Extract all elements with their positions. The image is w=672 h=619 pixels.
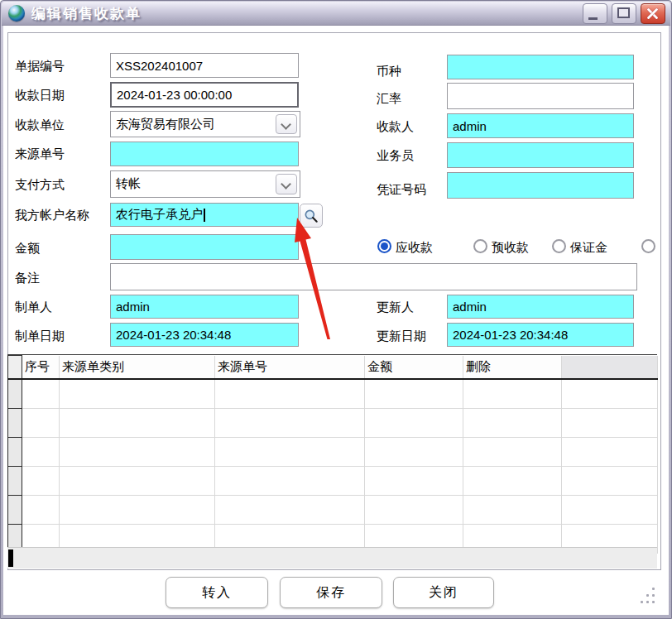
grid-footer-strip[interactable] [7,547,657,569]
grid-cell[interactable] [562,379,658,409]
grid-cell[interactable] [60,496,215,525]
radio-receivable[interactable] [377,239,391,253]
creator-field[interactable]: admin [110,295,299,319]
recv-date-field[interactable]: 2024-01-23 00:00:00 [110,82,299,108]
recv-date-label: 收款日期 [15,88,65,103]
radio-deposit[interactable] [552,239,566,253]
payee-unit-label: 收款单位 [15,118,65,133]
grid-cell[interactable] [365,409,463,438]
salesman-field[interactable] [447,142,634,168]
close-dialog-button[interactable]: 关闭 [393,577,494,608]
grid-cell[interactable] [463,379,562,409]
grid-cell[interactable] [562,467,658,496]
text-caret [204,209,205,222]
grid-row-header-cell[interactable] [8,379,22,409]
maximize-button[interactable] [612,3,636,24]
col-source-type: 来源单类别 [60,356,215,380]
grid-cell[interactable] [562,438,658,467]
creator-value: admin [116,300,150,314]
grid-cell[interactable] [463,467,562,496]
col-delete: 删除 [463,356,562,380]
save-button[interactable]: 保存 [280,577,382,608]
update-date-label: 更新日期 [377,329,426,344]
currency-label: 币种 [377,64,401,79]
update-date-value: 2024-01-23 20:34:48 [453,328,568,342]
pay-method-combo[interactable]: 转帐 [110,170,300,198]
grid-row[interactable] [8,438,658,467]
our-account-label: 我方帐户名称 [15,208,89,223]
grid-row[interactable] [8,467,658,496]
grid-cell[interactable] [22,379,60,409]
grid-cell[interactable] [60,409,215,438]
grid-cell[interactable] [365,438,463,467]
voucher-no-field[interactable] [447,172,634,199]
grid-cell[interactable] [215,379,365,409]
grid-cell[interactable] [215,438,365,467]
grid-cell[interactable] [215,467,365,496]
grid-cell[interactable] [365,496,463,525]
amount-label: 金额 [15,241,40,257]
grid-cell[interactable] [463,496,562,525]
grid-cell[interactable] [22,409,60,438]
grid-corner-cell [8,356,22,380]
radio-other[interactable] [641,239,655,253]
radio-deposit-label[interactable]: 保证金 [570,240,607,256]
grid-row-header-cell[interactable] [8,496,22,525]
radio-advance-label[interactable]: 预收款 [492,240,529,256]
app-globe-icon [8,5,25,22]
col-extra [562,356,658,380]
grid-row-header-cell[interactable] [8,467,22,496]
grid-cell[interactable] [60,379,215,409]
currency-field[interactable] [447,55,634,79]
docno-label: 单据编号 [15,59,65,74]
grid-cell[interactable] [463,409,562,438]
exchange-rate-label: 汇率 [377,91,401,107]
grid-header-row: 序号 来源单类别 来源单号 金额 删除 [8,356,658,380]
update-date-field[interactable]: 2024-01-23 20:34:48 [447,323,634,347]
create-date-field[interactable]: 2024-01-23 20:34:48 [110,323,299,347]
recv-date-value: 2024-01-23 00:00:00 [117,88,232,102]
account-lookup-button[interactable] [300,204,323,228]
grid-cell[interactable] [463,438,562,467]
transfer-in-button[interactable]: 转入 [166,577,268,608]
source-grid-body [8,379,658,554]
updater-field[interactable]: admin [447,295,634,319]
grid-cell[interactable] [215,496,365,525]
window-title: 编辑销售收款单 [31,4,142,23]
payee-unit-dropdown-chevron-down-icon[interactable] [276,114,297,134]
grid-cell[interactable] [60,438,215,467]
grid-cell[interactable] [22,467,60,496]
pay-method-dropdown-chevron-down-icon[interactable] [276,174,297,194]
grid-cell[interactable] [22,496,60,525]
grid-cell[interactable] [365,379,463,409]
grid-cell[interactable] [60,467,215,496]
exchange-rate-field[interactable] [447,83,634,109]
resize-grip-icon[interactable] [644,588,655,607]
updater-value: admin [453,300,487,314]
window-controls [583,3,665,24]
grid-row-header-cell[interactable] [8,438,22,467]
grid-cell[interactable] [215,409,365,438]
amount-field[interactable] [110,234,299,260]
remark-label: 备注 [15,271,40,286]
grid-row[interactable] [8,409,658,438]
title-bar[interactable]: 编辑销售收款单 [2,2,670,26]
our-account-field[interactable]: 农行电子承兑户 [110,203,299,227]
grid-row-header-cell[interactable] [8,409,22,438]
source-no-field[interactable] [110,142,299,166]
close-button[interactable] [641,3,665,24]
grid-row[interactable] [8,496,658,525]
payee-unit-combo[interactable]: 东海贸易有限公司 [110,111,300,137]
grid-row[interactable] [8,379,658,409]
minimize-button[interactable] [583,3,607,24]
grid-cell[interactable] [562,409,658,438]
remark-field[interactable] [110,263,637,290]
radio-receivable-label[interactable]: 应收款 [396,240,433,256]
docno-field[interactable]: XSS202401007 [110,53,299,78]
radio-advance[interactable] [473,239,487,253]
grid-cell[interactable] [562,496,658,525]
col-source-no: 来源单号 [215,356,365,380]
grid-cell[interactable] [365,467,463,496]
grid-cell[interactable] [22,438,60,467]
receiver-field[interactable]: admin [447,113,634,138]
